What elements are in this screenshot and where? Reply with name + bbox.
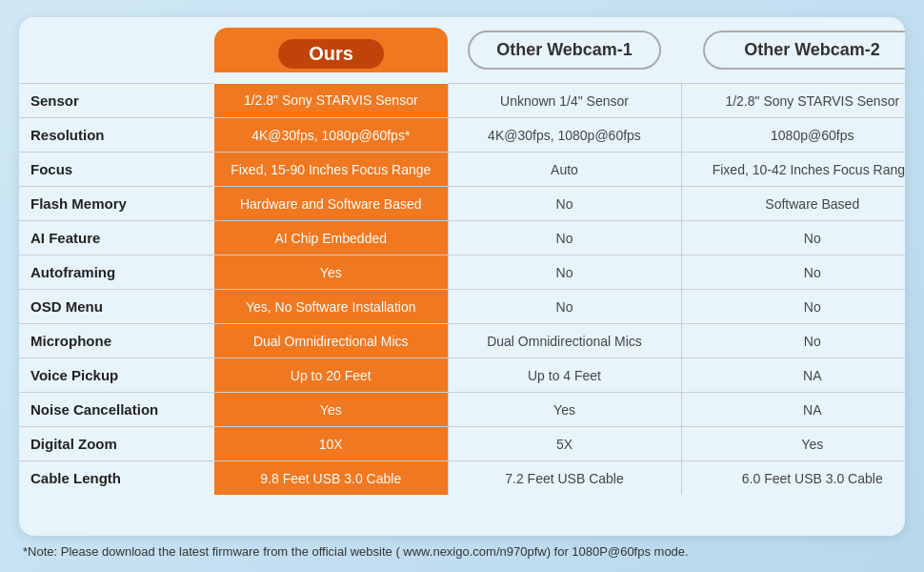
feature-cell: Flash Memory — [19, 187, 214, 221]
other2-cell: No — [681, 290, 905, 324]
table-header-row: Ours Other Webcam-1 Other Webcam-2 — [19, 17, 905, 84]
ours-cell: 4K@30fps, 1080p@60fps* — [214, 118, 448, 153]
other2-cell: 6.0 Feet USB 3.0 Cable — [681, 461, 905, 496]
other1-cell: 4K@30fps, 1080p@60fps — [448, 118, 681, 153]
note-text: *Note: Please download the latest firmwa… — [19, 536, 905, 561]
other1-cell: 5X — [448, 427, 681, 461]
ours-header-inner: Ours — [214, 28, 448, 72]
table-row: MicrophoneDual Omnidirectional MicsDual … — [19, 324, 905, 358]
other1-cell: Auto — [448, 153, 681, 187]
table-row: FocusFixed, 15-90 Inches Focus RangeAuto… — [19, 153, 905, 187]
ours-cell: Hardware and Software Based — [214, 187, 448, 221]
other2-cell: No — [681, 255, 905, 290]
other1-cell: Yes — [448, 393, 681, 427]
table-row: Voice PickupUp to 20 FeetUp to 4 FeetNA — [19, 358, 905, 393]
comparison-table: Ours Other Webcam-1 Other Webcam-2 Senso… — [19, 17, 905, 495]
feature-cell: Focus — [19, 153, 214, 187]
feature-cell: AI Feature — [19, 221, 214, 255]
table-body: Sensor1/2.8" Sony STARVIS SensorUnknown … — [19, 84, 905, 496]
other2-cell: 1/2.8" Sony STARVIS Sensor — [681, 84, 905, 118]
feature-header-cell — [19, 17, 214, 84]
other2-cell: NA — [681, 358, 905, 393]
other2-cell: Software Based — [681, 187, 905, 221]
feature-cell: Noise Cancellation — [19, 393, 214, 427]
other2-cell: Yes — [681, 427, 905, 461]
ours-cell: 1/2.8" Sony STARVIS Sensor — [214, 84, 448, 118]
table-row: Noise CancellationYesYesNA — [19, 393, 905, 427]
other1-header-label: Other Webcam-1 — [468, 31, 661, 70]
ours-cell: Yes — [214, 255, 448, 290]
other1-header-cell: Other Webcam-1 — [448, 17, 681, 84]
table-row: Cable Length9.8 Feet USB 3.0 Cable7.2 Fe… — [19, 461, 905, 496]
ours-cell: Yes — [214, 393, 448, 427]
other2-cell: NA — [681, 393, 905, 427]
other1-cell: No — [448, 255, 681, 290]
table-row: AutoframingYesNoNo — [19, 255, 905, 290]
other1-cell: Up to 4 Feet — [448, 358, 681, 393]
ours-cell: 9.8 Feet USB 3.0 Cable — [214, 461, 448, 496]
table-row: Resolution4K@30fps, 1080p@60fps*4K@30fps… — [19, 118, 905, 153]
table-row: Digital Zoom10X5XYes — [19, 427, 905, 461]
other1-cell: Unknown 1/4" Sensor — [448, 84, 681, 118]
feature-cell: Digital Zoom — [19, 427, 214, 461]
feature-cell: Microphone — [19, 324, 214, 358]
ours-header-cell: Ours — [214, 17, 448, 84]
feature-cell: Resolution — [19, 118, 214, 153]
other1-cell: No — [448, 290, 681, 324]
other2-cell: No — [681, 221, 905, 255]
other1-cell: Dual Omnidirectional Mics — [448, 324, 681, 358]
page-container: Ours Other Webcam-1 Other Webcam-2 Senso… — [0, 0, 924, 572]
ours-cell: Yes, No Software Installation — [214, 290, 448, 324]
other2-header-cell: Other Webcam-2 — [681, 17, 905, 84]
ours-cell: Dual Omnidirectional Mics — [214, 324, 448, 358]
other1-cell: No — [448, 187, 681, 221]
table-row: Sensor1/2.8" Sony STARVIS SensorUnknown … — [19, 84, 905, 118]
other2-cell: 1080p@60fps — [681, 118, 905, 153]
table-row: OSD MenuYes, No Software InstallationNoN… — [19, 290, 905, 324]
feature-cell: Voice Pickup — [19, 358, 214, 393]
table-row: AI FeatureAI Chip EmbeddedNoNo — [19, 221, 905, 255]
comparison-table-wrapper: Ours Other Webcam-1 Other Webcam-2 Senso… — [19, 17, 905, 536]
other2-header-label: Other Webcam-2 — [703, 31, 905, 70]
table-row: Flash MemoryHardware and Software BasedN… — [19, 187, 905, 221]
ours-cell: 10X — [214, 427, 448, 461]
ours-badge: Ours — [278, 39, 384, 69]
other2-cell: No — [681, 324, 905, 358]
ours-cell: Up to 20 Feet — [214, 358, 448, 393]
other1-cell: 7.2 Feet USB Cable — [448, 461, 681, 496]
feature-cell: Autoframing — [19, 255, 214, 290]
ours-cell: Fixed, 15-90 Inches Focus Range — [214, 153, 448, 187]
feature-cell: Cable Length — [19, 461, 214, 496]
other2-cell: Fixed, 10-42 Inches Focus Range — [681, 153, 905, 187]
feature-cell: Sensor — [19, 84, 214, 118]
other1-cell: No — [448, 221, 681, 255]
ours-cell: AI Chip Embedded — [214, 221, 448, 255]
feature-cell: OSD Menu — [19, 290, 214, 324]
